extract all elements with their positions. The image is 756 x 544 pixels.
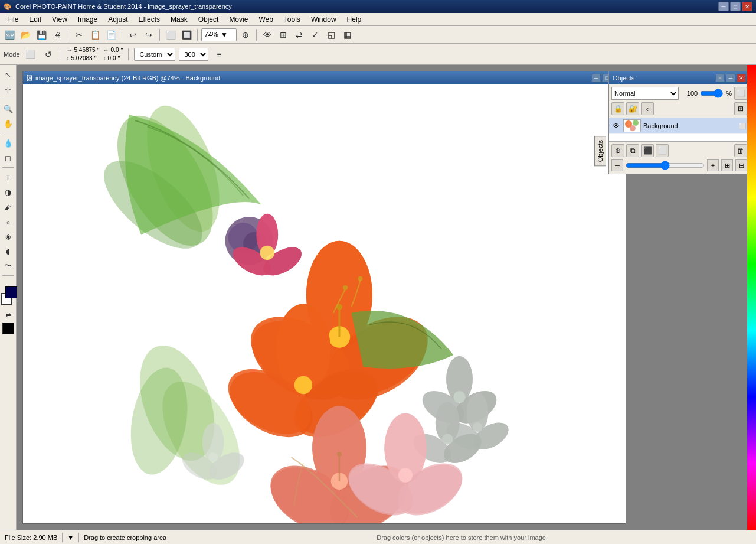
zoom-out-btn[interactable]: ─ (611, 159, 623, 171)
group-layer-btn[interactable]: ⬛ (641, 144, 654, 157)
print-button[interactable]: 🖨 (50, 28, 64, 42)
stamp-tool[interactable]: ⬦ (1, 214, 15, 229)
menu-tools[interactable]: Tools (279, 14, 305, 25)
pan-tool[interactable]: ✋ (1, 116, 15, 131)
delete-layer-btn[interactable]: 🗑 (734, 144, 747, 157)
grid-button[interactable]: ⊞ (276, 28, 290, 42)
black-swatch[interactable] (2, 323, 14, 334)
size-options-btn[interactable]: ≡ (212, 47, 226, 61)
menu-view[interactable]: View (47, 14, 72, 25)
x-coord-label: 5.46875 (74, 47, 96, 53)
h-coord-label: 0.0 (108, 55, 116, 61)
minimize-button[interactable]: ─ (718, 2, 729, 11)
zoom-tool[interactable]: 🔍 (1, 102, 15, 116)
swap-colors-btn[interactable]: ⇄ (1, 308, 15, 322)
obj-extra-btn[interactable]: ⊞ (734, 102, 747, 115)
mode-label: Mode (4, 51, 20, 58)
mode-select-btn[interactable]: ⬜ (24, 47, 38, 61)
eye-button[interactable]: 👁 (260, 28, 274, 42)
select-btn[interactable]: ⬜ (163, 28, 178, 42)
new-button[interactable]: 🆕 (2, 28, 17, 42)
zoom-to-fit[interactable]: ⊕ (238, 28, 253, 42)
layer-visibility-icon[interactable]: 👁 (611, 121, 621, 131)
layer-background[interactable]: 👁 Background ⬜ (609, 118, 750, 134)
apply-button[interactable]: ✓ (308, 28, 322, 42)
menu-window[interactable]: Window (306, 14, 341, 25)
close-button[interactable]: ✕ (742, 2, 752, 11)
obj-btn-extra[interactable]: ⬜ (734, 87, 747, 100)
w-coord-label: 0.0 (111, 47, 119, 53)
cut-button[interactable]: ✂ (72, 28, 86, 42)
doc-minimize-btn[interactable]: ─ (591, 74, 601, 82)
lock-row: 🔒 🔐 ⬦ ⊞ (611, 102, 747, 115)
zoom-dropdown-icon[interactable]: ▼ (221, 31, 228, 39)
menu-effects[interactable]: Effects (134, 14, 165, 25)
heal-tool[interactable]: ◈ (1, 229, 15, 243)
obj-close-btn[interactable]: ✕ (737, 74, 746, 82)
new-layer-btn[interactable]: ⊕ (611, 144, 624, 157)
overlay-button[interactable]: ◱ (324, 28, 338, 42)
document-window: 🖼 image_sprayer_transparency (24-Bit RGB… (22, 71, 626, 524)
eyedropper-tool[interactable]: 💧 (1, 136, 15, 150)
foreground-swatch[interactable] (5, 286, 17, 298)
save-button[interactable]: 💾 (34, 28, 48, 42)
eraser-tool[interactable]: ◻ (1, 151, 15, 165)
menu-mask[interactable]: Mask (166, 14, 192, 25)
menu-image[interactable]: Image (73, 14, 102, 25)
swap-button[interactable]: ⇄ (292, 28, 306, 42)
zoom-in-btn[interactable]: + (707, 159, 719, 171)
svg-point-47 (442, 434, 453, 444)
svg-point-35 (453, 391, 465, 403)
menu-edit[interactable]: Edit (24, 14, 46, 25)
select-tool[interactable]: ↖ (1, 67, 15, 82)
paste-button[interactable]: 📄 (104, 28, 118, 42)
dodge-tool[interactable]: ◖ (1, 244, 15, 258)
zoom-alt-btn[interactable]: ⊟ (735, 159, 747, 171)
obj-menu-btn[interactable]: ≡ (715, 74, 725, 82)
lock-move-btn[interactable]: ⬦ (641, 102, 654, 115)
undo-button[interactable]: ↩ (126, 28, 140, 42)
zoom-fit-btn[interactable]: ⊞ (721, 159, 733, 171)
lock-all-btn[interactable]: 🔐 (626, 102, 639, 115)
menu-file[interactable]: File (2, 14, 23, 25)
fill-button[interactable]: ▦ (340, 28, 354, 42)
app-icon: 🎨 (4, 3, 12, 11)
open-button[interactable]: 📂 (18, 28, 32, 42)
zoom-slider[interactable] (626, 161, 705, 170)
color-strip[interactable] (747, 65, 756, 530)
objects-side-tab[interactable]: Objects (594, 136, 606, 166)
svg-point-41 (473, 422, 482, 432)
menu-help[interactable]: Help (342, 14, 366, 25)
opacity-slider[interactable] (700, 89, 724, 98)
status-dropdown-btn[interactable]: ▼ (67, 534, 74, 541)
menu-object[interactable]: Object (194, 14, 224, 25)
layer-meta-btn[interactable]: ⬜ (738, 121, 747, 131)
y-unit: " (94, 55, 97, 62)
title-bar-left: 🎨 Corel PHOTO-PAINT Home & Student 2014 … (4, 3, 232, 11)
smear-tool[interactable]: 〜 (1, 259, 15, 273)
blend-mode-select[interactable]: Normal Multiply Screen Overlay (611, 87, 679, 100)
duplicate-layer-btn[interactable]: ⧉ (626, 144, 639, 157)
ungroup-layer-btn[interactable]: ⬜ (656, 144, 669, 157)
left-toolbar: ↖ ⊹ 🔍 ✋ 💧 ◻ T ◑ 🖌 ⬦ ◈ ◖ 〜 ⇄ (0, 65, 17, 530)
obj-minimize-btn[interactable]: ─ (726, 74, 735, 82)
size-select[interactable]: 300 100 200 400 (179, 48, 208, 61)
blend-tool[interactable]: ◑ (1, 185, 15, 199)
mode-refresh-btn[interactable]: ↺ (41, 47, 55, 61)
y-coord-icon: ↕ (67, 55, 70, 61)
crop-tool[interactable]: ⊹ (1, 82, 15, 96)
mask-btn[interactable]: 🔲 (179, 28, 194, 42)
menu-movie[interactable]: Movie (224, 14, 253, 25)
menu-web[interactable]: Web (254, 14, 277, 25)
maximize-button[interactable]: □ (730, 2, 741, 11)
lt-sep3 (2, 167, 14, 168)
lock-transparency-btn[interactable]: 🔒 (611, 102, 624, 115)
x-unit: " (97, 47, 100, 54)
status-bar: File Size: 2.90 MB ▼ Drag to create crop… (0, 530, 756, 544)
copy-button[interactable]: 📋 (88, 28, 102, 42)
redo-button[interactable]: ↪ (142, 28, 156, 42)
text-tool[interactable]: T (1, 170, 15, 184)
menu-adjust[interactable]: Adjust (103, 14, 132, 25)
brush-tool[interactable]: 🖌 (1, 200, 15, 214)
preset-select[interactable]: Custom Small Medium Large (134, 48, 175, 61)
